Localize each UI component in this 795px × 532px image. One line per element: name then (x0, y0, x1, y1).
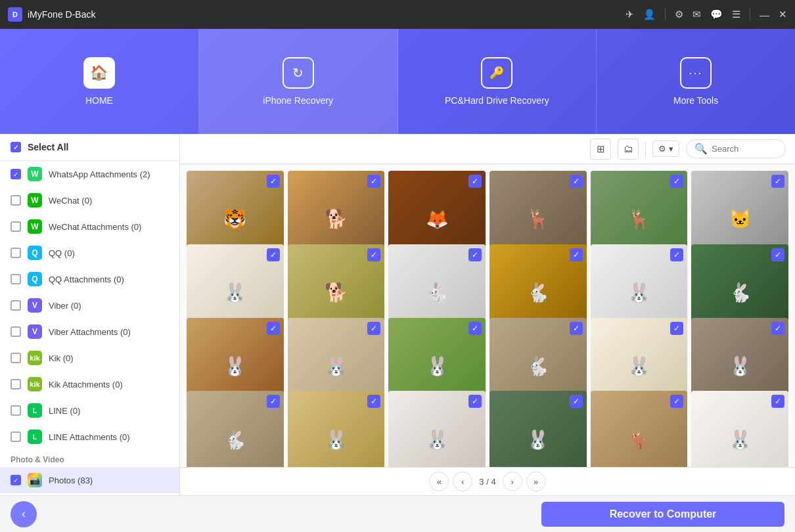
iphone-recovery-icon: ↻ (283, 57, 314, 89)
image-check-4[interactable]: ✓ (670, 175, 683, 188)
image-check-10[interactable]: ✓ (670, 248, 683, 261)
image-cell-21[interactable]: ✓🐰 (489, 391, 587, 467)
viber-att-checkbox[interactable] (11, 326, 21, 337)
image-check-12[interactable]: ✓ (267, 322, 280, 335)
image-check-16[interactable]: ✓ (670, 322, 683, 335)
qq-att-checkbox[interactable] (11, 274, 21, 284)
menu-icon[interactable]: ☰ (732, 9, 740, 20)
image-check-6[interactable]: ✓ (267, 248, 280, 261)
last-page-button[interactable]: » (526, 472, 546, 491)
image-check-19[interactable]: ✓ (367, 395, 380, 408)
photos-icon: 📷 (28, 473, 42, 487)
kik-icon: kik (28, 351, 42, 365)
settings-icon[interactable]: ⚙ (675, 9, 683, 20)
image-check-17[interactable]: ✓ (771, 322, 784, 335)
image-check-0[interactable]: ✓ (267, 175, 280, 188)
whatsapp-checkbox[interactable] (11, 169, 21, 179)
photos-checkbox[interactable] (11, 475, 21, 485)
image-check-22[interactable]: ✓ (670, 395, 683, 408)
sidebar-item-kik[interactable]: kik Kik (0) (0, 345, 179, 371)
viber-att-icon: V (28, 324, 42, 339)
viber-att-label: Viber Attachments (0) (49, 327, 131, 337)
select-all-checkbox[interactable] (11, 142, 21, 152)
nav-iphone-recovery-label: iPhone Recovery (263, 95, 333, 106)
sidebar-item-wechat[interactable]: W WeChat (0) (0, 187, 179, 213)
recover-to-computer-button[interactable]: Recover to Computer (541, 502, 784, 527)
image-cell-22[interactable]: ✓🦌 (591, 391, 688, 467)
minimize-button[interactable]: — (760, 9, 769, 20)
image-check-21[interactable]: ✓ (570, 395, 583, 408)
folder-view-button[interactable]: 🗂 (618, 139, 639, 160)
image-check-23[interactable]: ✓ (771, 395, 784, 408)
back-button[interactable]: ‹ (11, 501, 37, 527)
nav-pc-recovery[interactable]: 🔑 PC&Hard Drive Recovery (398, 29, 597, 134)
line-att-checkbox[interactable] (11, 432, 21, 442)
filter-button[interactable]: ⚙ ▾ (652, 141, 679, 157)
select-all-row[interactable]: Select All (0, 134, 179, 161)
nav-iphone-recovery[interactable]: ↻ iPhone Recovery (199, 29, 398, 134)
photos-label: Photos (83) (49, 476, 93, 485)
wechat-checkbox[interactable] (11, 195, 21, 206)
image-check-9[interactable]: ✓ (570, 248, 583, 261)
nav-home[interactable]: 🏠 HOME (0, 29, 199, 134)
image-check-3[interactable]: ✓ (570, 175, 583, 188)
image-check-20[interactable]: ✓ (468, 395, 482, 408)
image-check-7[interactable]: ✓ (367, 248, 380, 261)
user-icon[interactable]: 👤 (643, 9, 656, 20)
image-check-2[interactable]: ✓ (468, 175, 482, 188)
kik-att-checkbox[interactable] (11, 379, 21, 389)
sidebar-item-viber[interactable]: V Viber (0) (0, 292, 179, 319)
kik-checkbox[interactable] (11, 353, 21, 363)
sidebar-item-qq-att[interactable]: Q QQ Attachments (0) (0, 266, 179, 292)
mail-icon[interactable]: ✉ (693, 9, 701, 20)
grid-view-button[interactable]: ⊞ (590, 139, 611, 160)
sidebar-item-wechat-att[interactable]: W WeChat Attachments (0) (0, 213, 179, 240)
whatsapp-icon: W (28, 167, 42, 181)
app-logo: D (8, 7, 22, 22)
search-box[interactable]: 🔍 (686, 139, 786, 158)
nav-more-tools[interactable]: ··· More Tools (597, 29, 795, 134)
image-check-8[interactable]: ✓ (468, 248, 482, 261)
image-check-13[interactable]: ✓ (367, 322, 380, 335)
sidebar-item-qq[interactable]: Q QQ (0) (0, 240, 179, 266)
image-cell-23[interactable]: ✓🐰 (691, 391, 788, 467)
image-cell-19[interactable]: ✓🐰 (288, 391, 385, 467)
pc-recovery-icon: 🔑 (481, 57, 512, 89)
prev-page-button[interactable]: ‹ (453, 472, 472, 491)
sidebar-item-photos[interactable]: 📷 Photos (83) (0, 467, 179, 493)
qq-icon: Q (28, 246, 42, 260)
select-all-label: Select All (28, 142, 69, 152)
image-check-15[interactable]: ✓ (570, 322, 583, 335)
close-button[interactable]: ✕ (779, 9, 787, 20)
filter-icon: ⚙ (658, 144, 666, 154)
chat-icon[interactable]: 💬 (710, 9, 723, 20)
toolbar-divider (645, 142, 646, 156)
divider (665, 9, 666, 20)
sidebar-item-line-att[interactable]: L LINE Attachments (0) (0, 424, 179, 450)
photo-video-section-label: Photo & Video (0, 450, 179, 467)
line-checkbox[interactable] (11, 405, 21, 416)
wechat-att-icon: W (28, 219, 42, 234)
image-cell-20[interactable]: ✓🐰 (388, 391, 486, 467)
image-check-1[interactable]: ✓ (367, 175, 380, 188)
next-page-button[interactable]: › (503, 472, 522, 491)
sidebar-item-line[interactable]: L LINE (0) (0, 397, 179, 424)
image-check-18[interactable]: ✓ (267, 395, 280, 408)
qq-checkbox[interactable] (11, 248, 21, 258)
sidebar-item-whatsapp[interactable]: W WhatsApp Attachments (2) (0, 161, 179, 187)
image-grid: ✓🐯✓🐕✓🦊✓🦌✓🦌✓🐱✓🐰✓🐕✓🐇✓🐇✓🐰✓🐇✓🐰✓🐰✓🐰✓🐇✓🐰✓🐰✓🐇✓🐰… (180, 164, 795, 467)
search-input[interactable] (712, 144, 777, 154)
viber-checkbox[interactable] (11, 300, 21, 311)
line-icon: L (28, 403, 42, 418)
kik-att-icon: kik (28, 377, 42, 391)
wechat-att-checkbox[interactable] (11, 221, 21, 232)
sidebar-item-kik-att[interactable]: kik Kik Attachments (0) (0, 371, 179, 397)
image-check-11[interactable]: ✓ (771, 248, 784, 261)
image-check-5[interactable]: ✓ (771, 175, 784, 188)
image-cell-18[interactable]: ✓🐇 (187, 391, 284, 467)
more-tools-icon: ··· (680, 57, 712, 89)
image-check-14[interactable]: ✓ (468, 322, 482, 335)
first-page-button[interactable]: « (429, 472, 449, 491)
sidebar-item-viber-att[interactable]: V Viber Attachments (0) (0, 319, 179, 345)
share-icon[interactable]: ✈ (625, 9, 634, 20)
